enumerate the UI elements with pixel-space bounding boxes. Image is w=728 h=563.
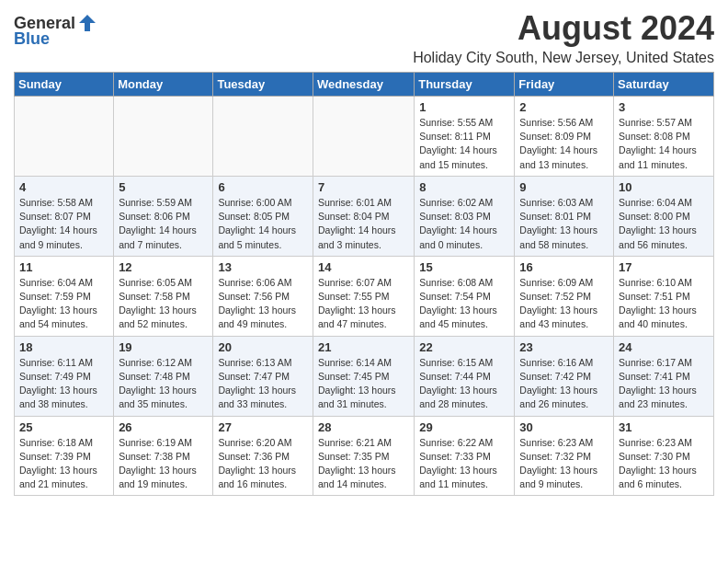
calendar-cell	[213, 97, 313, 177]
day-info: Sunrise: 6:16 AM Sunset: 7:42 PM Dayligh…	[519, 356, 609, 412]
day-number: 27	[218, 420, 308, 434]
day-number: 6	[218, 180, 308, 194]
day-info: Sunrise: 6:00 AM Sunset: 8:05 PM Dayligh…	[218, 196, 308, 252]
day-info: Sunrise: 6:22 AM Sunset: 7:33 PM Dayligh…	[419, 436, 509, 492]
day-info: Sunrise: 6:05 AM Sunset: 7:58 PM Dayligh…	[119, 276, 208, 332]
day-info: Sunrise: 6:04 AM Sunset: 8:00 PM Dayligh…	[619, 196, 709, 252]
day-info: Sunrise: 6:18 AM Sunset: 7:39 PM Dayligh…	[19, 436, 108, 492]
calendar-cell: 24Sunrise: 6:17 AM Sunset: 7:41 PM Dayli…	[614, 336, 714, 416]
calendar-cell: 1Sunrise: 5:55 AM Sunset: 8:11 PM Daylig…	[415, 97, 515, 177]
day-number: 19	[119, 340, 208, 354]
day-info: Sunrise: 6:01 AM Sunset: 8:04 PM Dayligh…	[318, 196, 409, 252]
day-info: Sunrise: 6:09 AM Sunset: 7:52 PM Dayligh…	[519, 276, 609, 332]
calendar-week-4: 18Sunrise: 6:11 AM Sunset: 7:49 PM Dayli…	[15, 336, 714, 416]
day-info: Sunrise: 6:12 AM Sunset: 7:48 PM Dayligh…	[119, 356, 208, 412]
day-number: 10	[619, 180, 709, 194]
calendar-cell: 3Sunrise: 5:57 AM Sunset: 8:08 PM Daylig…	[614, 97, 714, 177]
calendar-cell: 9Sunrise: 6:03 AM Sunset: 8:01 PM Daylig…	[515, 176, 614, 256]
day-number: 24	[619, 340, 709, 354]
calendar-cell: 26Sunrise: 6:19 AM Sunset: 7:38 PM Dayli…	[114, 416, 213, 496]
day-number: 26	[119, 420, 208, 434]
calendar-cell	[114, 97, 213, 177]
svg-marker-0	[79, 15, 96, 31]
day-number: 16	[519, 260, 609, 274]
weekday-header-saturday: Saturday	[614, 73, 714, 97]
day-number: 11	[19, 260, 108, 274]
day-info: Sunrise: 6:23 AM Sunset: 7:32 PM Dayligh…	[519, 436, 609, 492]
weekday-header-monday: Monday	[114, 73, 213, 97]
day-number: 7	[318, 180, 409, 194]
day-number: 28	[318, 420, 409, 434]
day-info: Sunrise: 6:02 AM Sunset: 8:03 PM Dayligh…	[419, 196, 509, 252]
day-number: 2	[519, 100, 609, 114]
day-number: 30	[519, 420, 609, 434]
day-number: 18	[19, 340, 108, 354]
title-block: August 2024 Holiday City South, New Jers…	[97, 9, 714, 66]
calendar-cell: 17Sunrise: 6:10 AM Sunset: 7:51 PM Dayli…	[614, 256, 714, 336]
day-info: Sunrise: 6:08 AM Sunset: 7:54 PM Dayligh…	[419, 276, 509, 332]
day-info: Sunrise: 5:59 AM Sunset: 8:06 PM Dayligh…	[119, 196, 208, 252]
day-info: Sunrise: 5:57 AM Sunset: 8:08 PM Dayligh…	[619, 116, 709, 172]
day-info: Sunrise: 6:21 AM Sunset: 7:35 PM Dayligh…	[318, 436, 409, 492]
calendar-week-3: 11Sunrise: 6:04 AM Sunset: 7:59 PM Dayli…	[15, 256, 714, 336]
day-info: Sunrise: 6:10 AM Sunset: 7:51 PM Dayligh…	[619, 276, 709, 332]
day-info: Sunrise: 6:17 AM Sunset: 7:41 PM Dayligh…	[619, 356, 709, 412]
day-number: 21	[318, 340, 409, 354]
calendar-cell: 30Sunrise: 6:23 AM Sunset: 7:32 PM Dayli…	[515, 416, 614, 496]
calendar-cell: 14Sunrise: 6:07 AM Sunset: 7:55 PM Dayli…	[313, 256, 414, 336]
calendar-cell: 12Sunrise: 6:05 AM Sunset: 7:58 PM Dayli…	[114, 256, 213, 336]
calendar-week-5: 25Sunrise: 6:18 AM Sunset: 7:39 PM Dayli…	[15, 416, 714, 496]
calendar-cell: 29Sunrise: 6:22 AM Sunset: 7:33 PM Dayli…	[415, 416, 515, 496]
day-info: Sunrise: 6:14 AM Sunset: 7:45 PM Dayligh…	[318, 356, 409, 412]
day-info: Sunrise: 6:03 AM Sunset: 8:01 PM Dayligh…	[519, 196, 609, 252]
calendar-cell: 18Sunrise: 6:11 AM Sunset: 7:49 PM Dayli…	[15, 336, 114, 416]
calendar-cell: 28Sunrise: 6:21 AM Sunset: 7:35 PM Dayli…	[313, 416, 414, 496]
day-number: 4	[19, 180, 108, 194]
day-number: 8	[419, 180, 509, 194]
calendar-cell: 13Sunrise: 6:06 AM Sunset: 7:56 PM Dayli…	[213, 256, 313, 336]
calendar-cell	[313, 97, 414, 177]
calendar-cell: 10Sunrise: 6:04 AM Sunset: 8:00 PM Dayli…	[614, 176, 714, 256]
calendar-cell: 21Sunrise: 6:14 AM Sunset: 7:45 PM Dayli…	[313, 336, 414, 416]
day-info: Sunrise: 6:13 AM Sunset: 7:47 PM Dayligh…	[218, 356, 308, 412]
weekday-header-sunday: Sunday	[15, 73, 114, 97]
day-number: 31	[619, 420, 709, 434]
day-info: Sunrise: 6:20 AM Sunset: 7:36 PM Dayligh…	[218, 436, 308, 492]
calendar-cell: 27Sunrise: 6:20 AM Sunset: 7:36 PM Dayli…	[213, 416, 313, 496]
calendar-cell: 31Sunrise: 6:23 AM Sunset: 7:30 PM Dayli…	[614, 416, 714, 496]
weekday-header-wednesday: Wednesday	[313, 73, 414, 97]
weekday-header-tuesday: Tuesday	[213, 73, 313, 97]
day-number: 5	[119, 180, 208, 194]
calendar-cell: 15Sunrise: 6:08 AM Sunset: 7:54 PM Dayli…	[415, 256, 515, 336]
day-info: Sunrise: 6:15 AM Sunset: 7:44 PM Dayligh…	[419, 356, 509, 412]
calendar-week-1: 1Sunrise: 5:55 AM Sunset: 8:11 PM Daylig…	[15, 97, 714, 177]
day-number: 20	[218, 340, 308, 354]
month-year: August 2024	[97, 9, 714, 48]
logo-icon	[77, 13, 97, 33]
calendar-cell: 23Sunrise: 6:16 AM Sunset: 7:42 PM Dayli…	[515, 336, 614, 416]
day-info: Sunrise: 6:23 AM Sunset: 7:30 PM Dayligh…	[619, 436, 709, 492]
calendar-cell: 22Sunrise: 6:15 AM Sunset: 7:44 PM Dayli…	[415, 336, 515, 416]
day-number: 9	[519, 180, 609, 194]
calendar-cell	[15, 97, 114, 177]
day-number: 25	[19, 420, 108, 434]
page-header: General Blue August 2024 Holiday City So…	[14, 9, 714, 66]
calendar-cell: 25Sunrise: 6:18 AM Sunset: 7:39 PM Dayli…	[15, 416, 114, 496]
calendar-cell: 20Sunrise: 6:13 AM Sunset: 7:47 PM Dayli…	[213, 336, 313, 416]
day-number: 1	[419, 100, 509, 114]
location: Holiday City South, New Jersey, United S…	[97, 50, 714, 66]
calendar-cell: 5Sunrise: 5:59 AM Sunset: 8:06 PM Daylig…	[114, 176, 213, 256]
day-info: Sunrise: 6:19 AM Sunset: 7:38 PM Dayligh…	[119, 436, 208, 492]
logo: General Blue	[14, 13, 97, 49]
calendar-table: SundayMondayTuesdayWednesdayThursdayFrid…	[14, 72, 714, 496]
calendar-cell: 16Sunrise: 6:09 AM Sunset: 7:52 PM Dayli…	[515, 256, 614, 336]
weekday-header-friday: Friday	[515, 73, 614, 97]
day-number: 17	[619, 260, 709, 274]
calendar-cell: 7Sunrise: 6:01 AM Sunset: 8:04 PM Daylig…	[313, 176, 414, 256]
calendar-cell: 6Sunrise: 6:00 AM Sunset: 8:05 PM Daylig…	[213, 176, 313, 256]
weekday-header-thursday: Thursday	[415, 73, 515, 97]
weekday-header-row: SundayMondayTuesdayWednesdayThursdayFrid…	[15, 73, 714, 97]
day-number: 3	[619, 100, 709, 114]
calendar-week-2: 4Sunrise: 5:58 AM Sunset: 8:07 PM Daylig…	[15, 176, 714, 256]
day-number: 13	[218, 260, 308, 274]
